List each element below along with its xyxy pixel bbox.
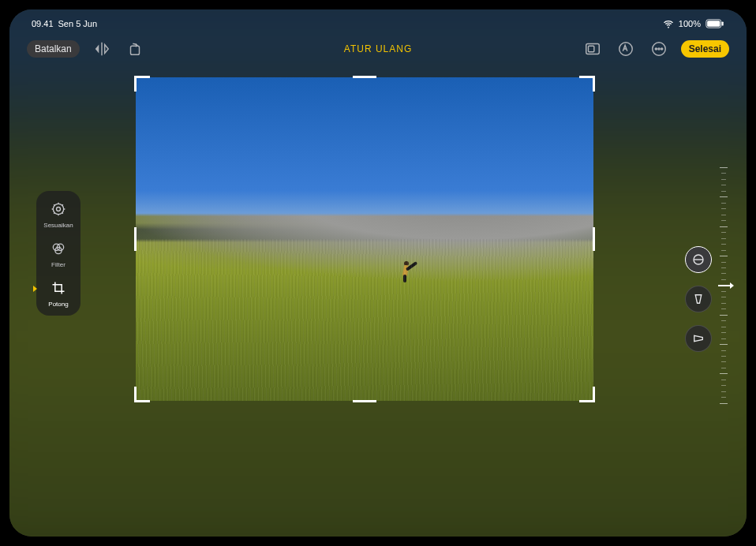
photo-preview xyxy=(136,77,593,401)
photo-subject-person xyxy=(397,259,417,282)
ruler-tick xyxy=(720,226,728,227)
rail-item-label: Filter xyxy=(51,261,65,268)
ipad-frame: 09.41 Sen 5 Jun 100% Batalkan ATUR ULANG xyxy=(0,0,756,546)
rail-item-label: Sesuaikan xyxy=(43,222,73,229)
ruler-tick xyxy=(721,309,726,309)
crop-frame[interactable] xyxy=(136,77,593,401)
ruler-tick xyxy=(721,220,726,221)
crop-handle-top-right[interactable] xyxy=(579,76,595,92)
status-time: 09.41 xyxy=(32,19,54,28)
ruler-tick xyxy=(721,267,726,268)
cancel-button[interactable]: Batalkan xyxy=(27,40,80,58)
crop-icon xyxy=(48,278,69,298)
horizontal-perspective-button[interactable] xyxy=(685,325,712,352)
rotate-button[interactable] xyxy=(124,38,146,60)
ruler-tick xyxy=(720,344,728,345)
editor-top-bar: Batalkan ATUR ULANG Selesai xyxy=(9,35,747,63)
ruler-tick xyxy=(721,262,726,263)
ruler-tick xyxy=(721,238,726,239)
svg-rect-3 xyxy=(130,46,139,54)
status-right: 100% xyxy=(663,18,724,29)
ruler-tick xyxy=(721,397,726,398)
rail-item-crop[interactable]: Potong xyxy=(39,278,77,308)
ruler-tick xyxy=(721,350,726,351)
ruler-tick xyxy=(721,291,726,292)
ruler-tick xyxy=(721,385,726,386)
filter-icon xyxy=(48,238,69,259)
status-battery-pct: 100% xyxy=(679,19,701,28)
vertical-perspective-button[interactable] xyxy=(685,286,712,312)
status-date: Sen 5 Jun xyxy=(58,19,98,28)
crop-handle-bottom-right[interactable] xyxy=(579,387,595,402)
status-bar: 09.41 Sen 5 Jun 100% xyxy=(9,16,747,32)
ruler-tick xyxy=(721,179,726,180)
ruler-tick xyxy=(720,256,728,256)
ruler-tick xyxy=(720,403,728,404)
rail-item-label: Potong xyxy=(48,301,68,308)
ruler-tick xyxy=(721,250,726,251)
ruler-tick xyxy=(721,173,726,174)
ruler-tick xyxy=(720,196,728,197)
ruler-tick xyxy=(721,380,726,380)
svg-rect-1 xyxy=(707,21,720,27)
aspect-ratio-button[interactable] xyxy=(582,38,604,60)
done-button[interactable]: Selesai xyxy=(681,40,729,58)
svg-point-8 xyxy=(655,48,657,50)
ruler-tick xyxy=(721,303,726,304)
ruler-tick xyxy=(721,191,726,192)
ruler-tick xyxy=(721,215,726,215)
ruler-tick xyxy=(721,327,726,327)
ruler-tick xyxy=(721,332,726,333)
ruler-tick xyxy=(721,208,726,209)
svg-rect-5 xyxy=(588,46,593,51)
crop-handle-top[interactable] xyxy=(353,76,376,78)
more-button[interactable] xyxy=(648,38,670,60)
slider-pointer-icon xyxy=(718,285,731,286)
ruler-tick xyxy=(721,232,726,233)
ruler-tick xyxy=(721,320,726,321)
flip-horizontal-button[interactable] xyxy=(91,38,113,60)
ruler-tick xyxy=(721,244,726,245)
crop-handle-left[interactable] xyxy=(134,227,137,251)
straighten-button[interactable] xyxy=(685,246,712,273)
svg-rect-2 xyxy=(722,21,724,25)
straighten-slider[interactable] xyxy=(718,167,729,404)
ruler-tick xyxy=(721,185,726,185)
ruler-tick xyxy=(720,315,728,316)
svg-point-10 xyxy=(661,48,662,50)
ruler-tick xyxy=(720,373,728,374)
ruler-tick xyxy=(721,279,726,280)
rail-item-filter[interactable]: Filter xyxy=(39,238,77,268)
ruler-tick xyxy=(721,297,726,297)
ruler-tick xyxy=(721,338,726,339)
ruler-tick xyxy=(721,361,726,362)
ruler-tick xyxy=(721,368,726,368)
crop-handle-bottom[interactable] xyxy=(353,400,376,402)
battery-icon xyxy=(705,19,724,28)
markup-button[interactable] xyxy=(615,38,637,60)
top-bar-right: Selesai xyxy=(582,38,729,60)
crop-handle-bottom-left[interactable] xyxy=(134,387,150,402)
crop-tool-controls xyxy=(685,246,712,352)
ruler-tick xyxy=(721,356,726,357)
wifi-icon xyxy=(663,18,674,29)
adjust-icon xyxy=(48,199,69,219)
rail-item-adjust[interactable]: Sesuaikan xyxy=(39,199,77,229)
ruler-tick xyxy=(721,203,726,204)
crop-handle-right[interactable] xyxy=(593,227,595,251)
reset-button[interactable]: ATUR ULANG xyxy=(344,43,412,54)
top-bar-left: Batalkan xyxy=(27,38,146,60)
crop-handle-top-left[interactable] xyxy=(134,76,150,92)
ruler-tick xyxy=(721,273,726,274)
edit-mode-rail: Sesuaikan Filter Potong xyxy=(36,191,80,316)
status-left: 09.41 Sen 5 Jun xyxy=(32,19,97,28)
svg-point-12 xyxy=(57,208,61,211)
svg-point-9 xyxy=(658,48,660,50)
ruler-tick xyxy=(720,167,728,168)
ruler-tick xyxy=(721,391,726,392)
